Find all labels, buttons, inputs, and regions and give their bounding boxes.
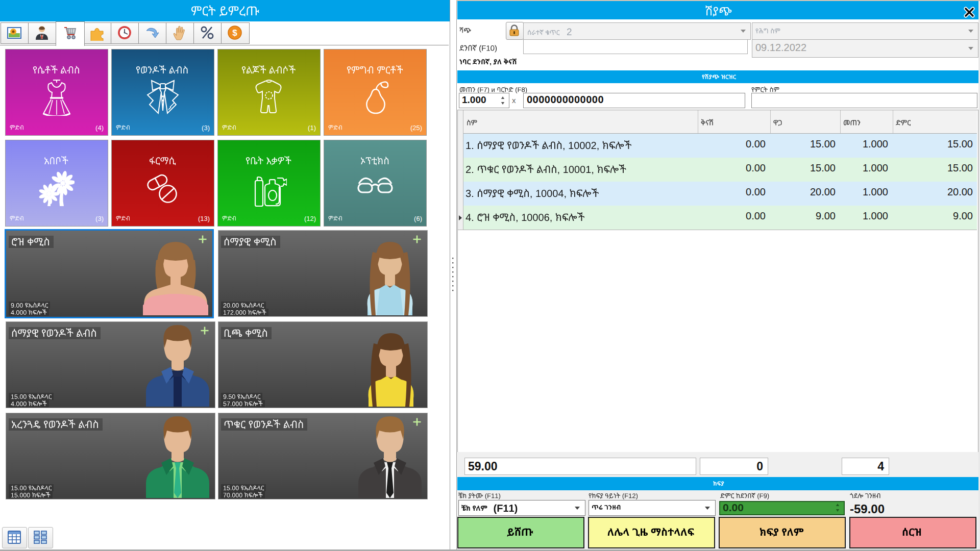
svg-text:$: $ bbox=[232, 28, 237, 38]
